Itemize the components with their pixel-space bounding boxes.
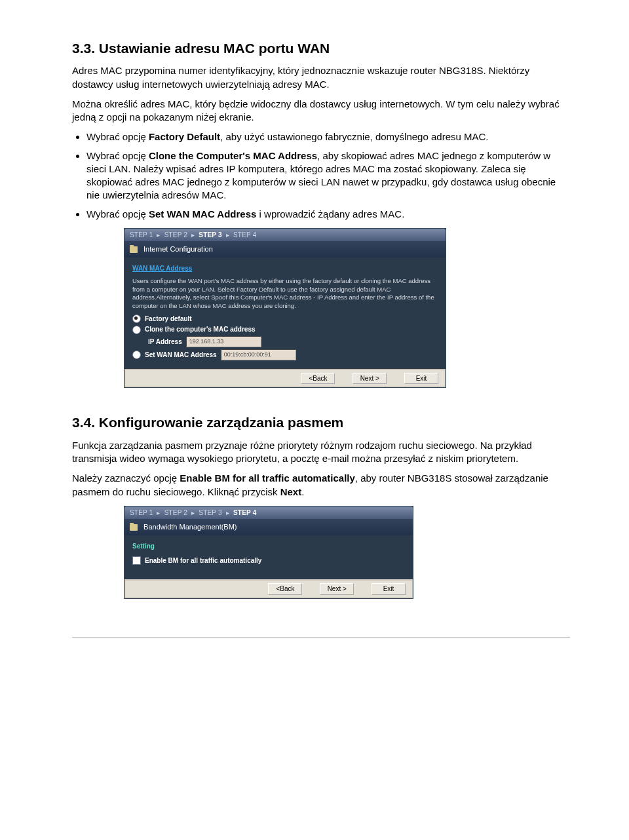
section-setting: Setting bbox=[132, 542, 405, 551]
step-4-label: STEP 4 bbox=[233, 509, 256, 516]
list-item: Wybrać opcję Factory Default, aby użyć u… bbox=[86, 130, 570, 143]
next-button[interactable]: Next > bbox=[353, 373, 387, 385]
option-factory-default[interactable]: Factory default bbox=[132, 315, 438, 324]
option-clone-mac[interactable]: Clone the computer's MAC address bbox=[132, 325, 438, 334]
panel-titlebar: Internet Configuration bbox=[124, 241, 446, 258]
step-4-label: STEP 4 bbox=[233, 231, 256, 239]
radio-icon[interactable] bbox=[132, 315, 141, 323]
term-factory-default: Factory Default bbox=[149, 131, 220, 142]
mac-address-input[interactable]: 00:19:cb:00:00:91 bbox=[221, 349, 296, 360]
option-label: Clone the computer's MAC address bbox=[145, 325, 256, 334]
bullet-list-3-3: Wybrać opcję Factory Default, aby użyć u… bbox=[72, 130, 570, 221]
wizard-steps: STEP 1 ▸ STEP 2 ▸ STEP 3 ▸ STEP 4 bbox=[124, 506, 413, 520]
ip-address-label: IP Address bbox=[148, 337, 182, 347]
panel-title: Internet Configuration bbox=[143, 245, 213, 253]
folder-icon bbox=[130, 524, 138, 531]
para-3-4-2: Należy zaznaczyć opcję Enable BM for all… bbox=[72, 472, 570, 499]
panel-description: Users configure the WAN port's MAC addre… bbox=[132, 277, 438, 311]
option-enable-bm[interactable]: Enable BM for all traffic automatically bbox=[132, 556, 405, 565]
wizard-panel-step3: STEP 1 ▸ STEP 2 ▸ STEP 3 ▸ STEP 4 Intern… bbox=[124, 229, 446, 388]
wizard-buttons: <Back Next > Exit bbox=[124, 369, 446, 388]
wizard-panel-step4: STEP 1 ▸ STEP 2 ▸ STEP 3 ▸ STEP 4 Bandwi… bbox=[124, 506, 413, 598]
page-footer-separator bbox=[72, 638, 570, 638]
exit-button[interactable]: Exit bbox=[404, 373, 438, 385]
option-label: Factory default bbox=[145, 315, 192, 324]
back-button[interactable]: <Back bbox=[268, 583, 302, 595]
term-clone-mac: Clone the Computer's MAC Address bbox=[149, 150, 317, 161]
chevron-right-icon: ▸ bbox=[191, 231, 195, 239]
chevron-right-icon: ▸ bbox=[157, 231, 160, 239]
term-next: Next bbox=[280, 486, 302, 497]
next-button[interactable]: Next > bbox=[320, 583, 354, 595]
checkbox-icon[interactable] bbox=[132, 556, 141, 565]
wizard-steps: STEP 1 ▸ STEP 2 ▸ STEP 3 ▸ STEP 4 bbox=[124, 229, 446, 242]
chevron-right-icon: ▸ bbox=[157, 509, 160, 516]
heading-3-4: 3.4. Konfigurowanie zarządzania pasmem bbox=[72, 413, 570, 432]
option-label: Set WAN MAC Address bbox=[145, 351, 217, 360]
chevron-right-icon: ▸ bbox=[191, 509, 195, 516]
chevron-right-icon: ▸ bbox=[226, 509, 229, 516]
para-3-3-1: Adres MAC przypomina numer identyfikacyj… bbox=[72, 64, 570, 91]
section-wan-mac: WAN MAC Address bbox=[132, 264, 438, 273]
list-item: Wybrać opcję Clone the Computer's MAC Ad… bbox=[86, 149, 570, 202]
list-item: Wybrać opcję Set WAN MAC Address i wprow… bbox=[86, 208, 570, 221]
term-set-wan-mac: Set WAN MAC Address bbox=[149, 208, 256, 220]
wizard-buttons: <Back Next > Exit bbox=[124, 579, 413, 598]
para-3-3-2: Można określić adres MAC, który będzie w… bbox=[72, 98, 570, 124]
ip-address-input[interactable]: 192.168.1.33 bbox=[186, 336, 261, 347]
step-2-label: STEP 2 bbox=[164, 509, 187, 516]
term-enable-bm: Enable BM for all traffic automatically bbox=[180, 472, 355, 484]
option-label: Enable BM for all traffic automatically bbox=[145, 556, 261, 565]
step-3-label: STEP 3 bbox=[199, 509, 221, 516]
chevron-right-icon: ▸ bbox=[226, 231, 229, 239]
step-2-label: STEP 2 bbox=[164, 231, 187, 239]
option-set-wan-mac[interactable]: Set WAN MAC Address 00:19:cb:00:00:91 bbox=[132, 349, 438, 360]
radio-icon[interactable] bbox=[132, 351, 141, 359]
exit-button[interactable]: Exit bbox=[372, 583, 406, 595]
folder-icon bbox=[130, 246, 138, 253]
step-3-label: STEP 3 bbox=[199, 231, 221, 239]
panel-titlebar: Bandwidth Management(BM) bbox=[124, 519, 413, 535]
heading-3-3: 3.3. Ustawianie adresu MAC portu WAN bbox=[72, 39, 570, 58]
back-button[interactable]: <Back bbox=[301, 373, 335, 385]
radio-icon[interactable] bbox=[132, 326, 141, 334]
step-1-label: STEP 1 bbox=[130, 509, 153, 516]
para-3-4-1: Funkcja zarządzania pasmem przyznaje róż… bbox=[72, 439, 570, 466]
panel-title: Bandwidth Management(BM) bbox=[143, 523, 237, 531]
step-1-label: STEP 1 bbox=[130, 231, 153, 239]
